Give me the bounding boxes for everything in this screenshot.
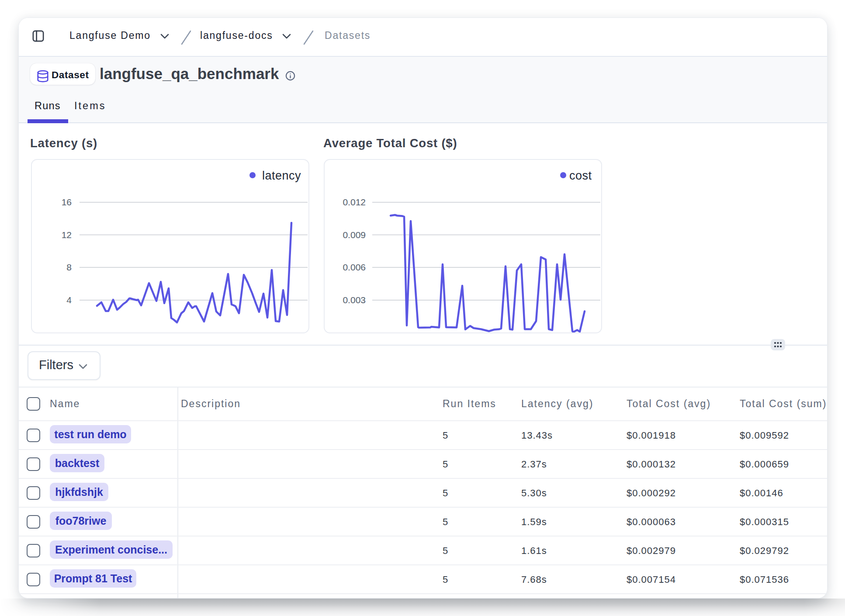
svg-text:0.003: 0.003 bbox=[343, 295, 366, 305]
svg-text:4: 4 bbox=[66, 295, 72, 305]
svg-text:16: 16 bbox=[62, 197, 72, 207]
svg-text:12: 12 bbox=[62, 230, 72, 240]
svg-text:0.006: 0.006 bbox=[343, 262, 366, 272]
svg-text:0.012: 0.012 bbox=[343, 197, 366, 207]
svg-text:0.009: 0.009 bbox=[343, 230, 366, 240]
svg-text:latency: latency bbox=[262, 169, 301, 182]
svg-text:cost: cost bbox=[569, 169, 592, 182]
svg-text:8: 8 bbox=[66, 262, 72, 272]
